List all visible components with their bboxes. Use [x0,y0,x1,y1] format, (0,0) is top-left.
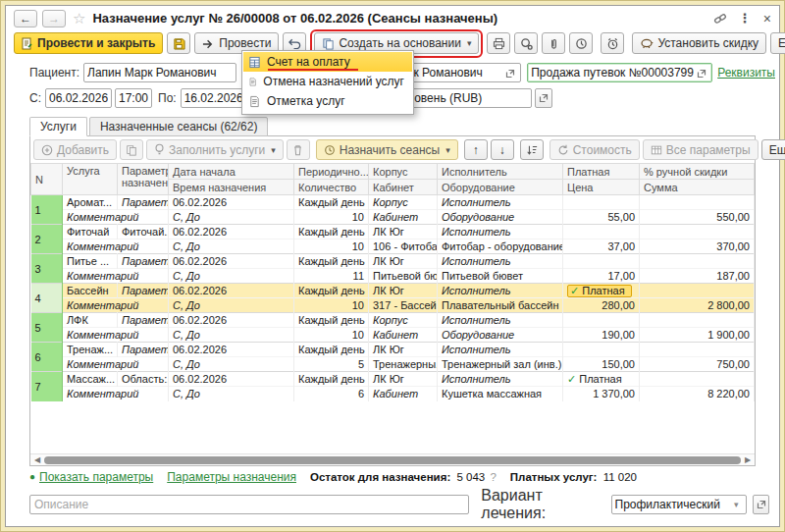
cell-service[interactable]: Тренаж... [63,343,118,357]
cell-discount[interactable] [640,195,755,210]
table-row-line2[interactable]: Комментарий С, До 10 Кабинет Оборудовани… [31,210,755,225]
cell-building[interactable]: ЛК Юг [369,372,438,387]
table-row-line2[interactable]: Комментарий С, До 5 Тренажерны... Тренаж… [31,357,755,372]
row-number-cell[interactable]: 2 [31,225,63,254]
cell-paid[interactable]: ✓Платная [563,284,640,298]
cell-price[interactable]: 150,00 [563,357,640,372]
table-row-line1[interactable]: 4 Бассейн Параметр... 06.02.2026 Каждый … [31,284,755,298]
cell-cabinet[interactable]: Кабинет [369,328,438,343]
row-number-cell[interactable]: 7 [31,372,63,401]
table-row-line2[interactable]: Комментарий С, До 11 Питьевой бю... Пить… [31,269,755,284]
scroll-right-icon[interactable]: ▶ [743,455,753,465]
table-row-line1[interactable]: 2 Фиточай Фиточай... 06.02.2026 Каждый д… [31,225,755,239]
cell-period[interactable]: Каждый день [294,195,369,210]
scroll-left-icon[interactable]: ◀ [32,455,42,465]
save-button[interactable] [167,32,190,54]
date-to-field[interactable]: 16.02.2026 [181,88,247,108]
header-sum[interactable]: Сумма [640,180,755,195]
cell-date[interactable]: 06.02.2026 [169,343,294,357]
window-close-icon[interactable]: × [763,12,771,26]
header-period[interactable]: Периодично... [294,164,369,180]
cell-quantity[interactable]: 6 [294,387,369,401]
cell-date[interactable]: 06.02.2026 [169,225,294,239]
cell-period[interactable]: Каждый день [294,284,369,298]
cell-param[interactable]: Параметр... [118,313,169,328]
open-field-icon[interactable] [695,66,708,80]
cell-discount[interactable] [640,225,755,239]
cell-date[interactable]: 06.02.2026 [169,195,294,210]
attachments-button[interactable] [542,32,565,54]
row-number-cell[interactable]: 4 [31,284,63,313]
cell-paid[interactable]: ✓ [563,195,640,210]
cell-sum[interactable]: 187,00 [640,269,755,284]
price-level-open-button[interactable] [535,88,552,108]
header-n[interactable]: N [31,164,63,195]
voucher-field[interactable]: Продажа путевок №00003799 от 05.02 [527,63,712,82]
header-executor[interactable]: Исполнитель [438,164,563,180]
row-number-cell[interactable]: 1 [31,195,63,225]
cell-paid[interactable]: ✓ [563,254,640,269]
cell-sum[interactable]: 550,00 [640,210,755,225]
cell-service[interactable]: Аромат... [63,195,118,210]
cell-price[interactable]: 280,00 [563,298,640,313]
cell-price[interactable]: 17,00 [563,269,640,284]
cell-cabinet[interactable]: 317 - Бассей... [369,298,438,313]
cell-from-to[interactable]: С, До [169,239,294,254]
cell-service[interactable]: ЛФК [63,313,118,328]
cell-executor[interactable]: Исполнитель [438,195,563,210]
cell-date[interactable]: 06.02.2026 [169,254,294,269]
set-discount-button[interactable]: Установить скидку [632,32,766,54]
cell-price[interactable]: 190,00 [563,328,640,343]
cell-equipment[interactable]: Тренажерный зал (инв.) [438,357,563,372]
header-service[interactable]: Услуга [63,164,118,195]
cell-equipment[interactable]: Фитобар - оборудование [438,239,563,254]
header-building[interactable]: Корпус [369,164,438,180]
cell-equipment[interactable]: Плавательный бассейн [438,298,563,313]
cell-param[interactable]: Параметр... [118,284,169,298]
cell-price[interactable]: 55,00 [563,210,640,225]
cell-cabinet[interactable]: Тренажерны... [369,357,438,372]
assign-sessions-button[interactable]: Назначить сеансы ▾ [316,139,458,160]
cell-period[interactable]: Каждый день [294,313,369,328]
combo-arrow-icon[interactable]: ▾ [729,500,743,509]
cell-comment[interactable]: Комментарий [63,239,169,254]
cell-period[interactable]: Каждый день [294,343,369,357]
cell-building[interactable]: ЛК Юг [369,284,438,298]
header-param[interactable]: Параметр назначени [118,164,169,195]
tab-sessions[interactable]: Назначенные сеансы (62/62) [89,117,269,136]
move-up-button[interactable]: ↑ [464,139,488,160]
timer-button[interactable] [601,32,624,54]
header-cabinet[interactable]: Кабинет [369,180,438,195]
cell-paid[interactable]: ✓ [563,343,640,357]
open-field-icon[interactable] [503,66,517,80]
date-from-field[interactable]: 06.02.2026 [45,88,112,108]
menu-item-cancel-services[interactable]: Отмена назначений услуг [243,72,412,91]
cell-sum[interactable]: 8 220,00 [640,387,755,401]
cell-price[interactable]: 1 370,00 [563,387,640,401]
post-and-close-button[interactable]: Провести и закрыть [14,32,163,54]
cell-equipment[interactable]: Оборудование [438,210,563,225]
cell-sum[interactable]: 1 900,00 [640,328,755,343]
cell-discount[interactable] [640,313,755,328]
scrollbar-thumb[interactable] [44,456,741,464]
copy-row-button[interactable] [120,139,143,160]
cell-period[interactable]: Каждый день [294,254,369,269]
treatment-open-button[interactable] [753,495,769,514]
patient-field[interactable]: Лапин Марк Романович [83,63,236,82]
nav-back-button[interactable]: ← [14,10,37,27]
cell-quantity[interactable]: 11 [294,269,369,284]
table-row-line2[interactable]: Комментарий С, До 10 317 - Бассей... Пла… [31,298,755,313]
cell-service[interactable]: Фиточай [63,225,118,239]
cell-param[interactable]: Параметр... [118,195,169,210]
cell-sum[interactable]: 370,00 [640,239,755,254]
cell-executor[interactable]: Исполнитель [438,372,563,387]
cell-cabinet[interactable]: Кабинет [369,387,438,401]
menu-item-mark-services[interactable]: Отметка услуг [243,91,412,111]
cell-param[interactable]: Область:... [118,372,169,387]
cell-quantity[interactable]: 10 [294,298,369,313]
cell-discount[interactable] [640,343,755,357]
table-row-line1[interactable]: 6 Тренаж... Параметр... 06.02.2026 Кажды… [31,343,755,357]
cell-quantity[interactable]: 10 [294,210,369,225]
cost-button[interactable]: Стоимость [550,139,640,160]
cell-date[interactable]: 06.02.2026 [169,372,294,387]
